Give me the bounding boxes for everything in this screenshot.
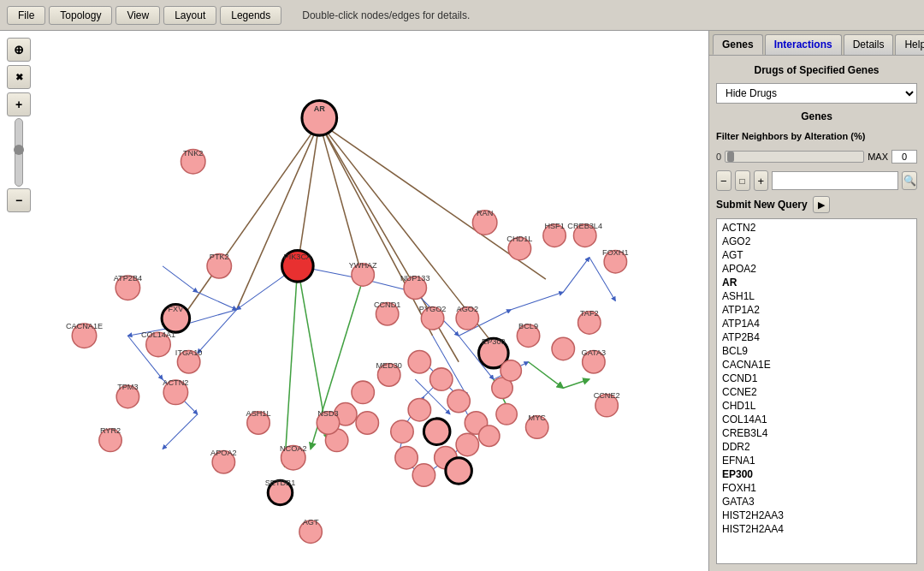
label-COL14A1: COL14A1 (141, 330, 175, 339)
gene-item[interactable]: CHD1L (720, 399, 913, 413)
gene-item[interactable]: HIST2H2AA4 (720, 522, 913, 536)
drugs-dropdown[interactable]: Hide Drugs Show Drugs (716, 83, 917, 104)
file-menu-button[interactable]: File (7, 6, 45, 25)
label-NSD3: NSD3 (317, 409, 338, 418)
gene-item[interactable]: CACNA1E (720, 358, 913, 372)
label-ATP2B4: ATP2B4 (114, 274, 142, 283)
node-c7[interactable] (412, 464, 435, 486)
label-RYR2: RYR2 (100, 426, 121, 435)
label-HSF1: HSF1 (544, 222, 564, 230)
gene-item[interactable]: EFNA1 (720, 454, 913, 467)
node-HIST3[interactable] (356, 412, 378, 434)
label-TAF2: TAF2 (580, 309, 599, 318)
gene-item[interactable]: AR (720, 276, 913, 289)
gene-item[interactable]: AGO2 (720, 235, 913, 248)
node-c9[interactable] (391, 420, 413, 443)
svg-line-8 (163, 414, 198, 449)
panel-content: Drugs of Specified Genes Hide Drugs Show… (709, 56, 924, 571)
node-sm3[interactable] (479, 425, 500, 446)
node-c8[interactable] (395, 446, 418, 468)
node-sm2[interactable] (496, 404, 517, 425)
tab-details[interactable]: Details (844, 34, 894, 55)
tab-genes[interactable]: Genes (713, 34, 763, 55)
label-ACTN2: ACTN2 (163, 378, 188, 387)
submit-button[interactable]: ▶ (813, 196, 830, 213)
label-MED30: MED30 (376, 361, 401, 370)
node-c2[interactable] (430, 368, 453, 390)
view-menu-button[interactable]: View (116, 6, 160, 25)
tab-interactions[interactable]: Interactions (765, 34, 842, 55)
filter-label: Filter Neighbors by Alteration (%) (716, 131, 917, 141)
label-APOA2: APOA2 (210, 449, 236, 457)
max-label: MAX (868, 152, 888, 162)
genes-title: Genes (716, 110, 917, 122)
search-button[interactable]: 🔍 (902, 171, 917, 190)
gene-item[interactable]: BCL9 (720, 344, 913, 358)
submit-label: Submit New Query (716, 199, 808, 211)
label-AGO2: AGO2 (457, 305, 478, 313)
svg-line-11 (198, 310, 237, 354)
gene-item[interactable]: ASH1L (720, 289, 913, 303)
tab-help[interactable]: Help (895, 34, 924, 55)
node-s1[interactable] (424, 419, 450, 445)
node-c1[interactable] (408, 351, 430, 373)
label-CREB3L4: CREB3L4 (567, 222, 602, 230)
gene-item[interactable]: FOXH1 (720, 481, 913, 495)
layout-menu-button[interactable]: Layout (163, 6, 216, 25)
graph-area[interactable]: ⊕ ✖ + − (0, 31, 708, 571)
gene-item[interactable]: COL14A1 (720, 413, 913, 426)
node-s2[interactable] (446, 458, 472, 485)
svg-line-0 (237, 122, 320, 310)
add-button[interactable]: + (754, 170, 769, 191)
label-NUP133: NUP133 (400, 274, 430, 283)
label-PIK3CA: PIK3CA (284, 253, 312, 261)
gene-item[interactable]: ACTN2 (720, 221, 913, 235)
menu-bar: File Topology View Layout Legends Double… (0, 0, 924, 31)
filter-min-label: 0 (716, 152, 721, 162)
gene-item[interactable]: CCND1 (720, 372, 913, 385)
node-HIST1[interactable] (352, 381, 374, 403)
zoom-thumb[interactable] (14, 145, 24, 155)
gene-item[interactable]: DDR2 (720, 440, 913, 454)
node-sm4[interactable] (500, 360, 521, 381)
topology-menu-button[interactable]: Topology (49, 6, 112, 25)
gene-item[interactable]: ATP1A4 (720, 317, 913, 330)
label-CHD1L: CHD1L (506, 235, 532, 243)
label-EFNA1: FXV (168, 305, 184, 313)
pan-button[interactable]: ⊕ (7, 38, 31, 62)
gene-item[interactable]: HIST2H2AA3 (720, 509, 913, 522)
zoom-track[interactable] (15, 118, 23, 187)
gene-item[interactable]: AGT (720, 248, 913, 262)
node-c5[interactable] (456, 433, 478, 455)
gene-item[interactable]: CCNE2 (720, 385, 913, 399)
right-panel: Genes Interactions Details Help Drugs of… (708, 31, 924, 571)
minus-button[interactable]: − (716, 170, 732, 191)
max-input[interactable] (891, 150, 917, 164)
zoom-out-button[interactable]: − (7, 188, 31, 212)
gene-item[interactable]: ATP2B4 (720, 330, 913, 344)
label-MYC: MYC (529, 413, 547, 422)
copy-button[interactable]: □ (735, 170, 750, 191)
gene-list[interactable]: ACTN2AGO2AGTAPOA2ARASH1LATP1A2ATP1A4ATP2… (716, 218, 917, 564)
drugs-title: Drugs of Specified Genes (716, 64, 917, 76)
filter-slider[interactable] (725, 151, 864, 163)
zoom-in-button[interactable]: + (7, 92, 31, 116)
legends-menu-button[interactable]: Legends (220, 6, 281, 25)
gene-item[interactable]: CREB3L4 (720, 426, 913, 440)
label-SETDB1: SETDB1 (265, 479, 296, 487)
query-input[interactable] (772, 171, 898, 190)
gene-item[interactable]: APOA2 (720, 262, 913, 276)
submit-row: Submit New Query ▶ (716, 196, 917, 213)
graph-svg[interactable]: TNK2 AR PIK3CA PTK2 FXV ATP2B4 COL14A1 C… (0, 31, 708, 571)
node-c10[interactable] (408, 398, 430, 420)
label-AR: AR (314, 104, 326, 113)
gene-item[interactable]: ATP1A2 (720, 303, 913, 317)
label-TPM3: TPM3 (117, 383, 138, 391)
node-BOTCH2[interactable] (552, 337, 574, 360)
filter-thumb[interactable] (727, 152, 734, 162)
expand-button[interactable]: ✖ (7, 65, 31, 89)
gene-item[interactable]: EP300 (720, 467, 913, 481)
gene-item[interactable]: GATA3 (720, 495, 913, 509)
node-c3[interactable] (447, 390, 470, 412)
svg-line-38 (198, 292, 237, 309)
